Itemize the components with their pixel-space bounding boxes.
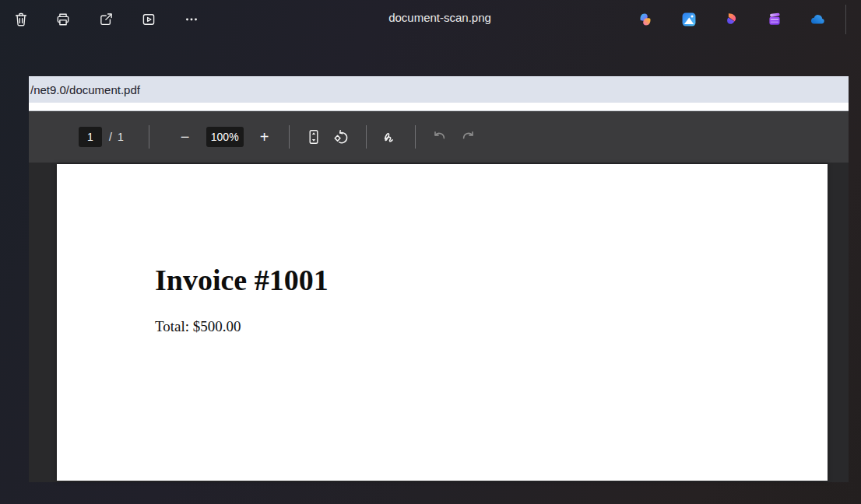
- zoom-level-input[interactable]: 100%: [206, 127, 244, 147]
- edit-image-icon: [680, 11, 698, 28]
- delete-button[interactable]: [7, 5, 35, 33]
- window-title: document-scan.png: [388, 11, 491, 24]
- copilot-button[interactable]: [631, 5, 659, 33]
- draw-icon: [381, 128, 400, 146]
- toolbar-divider: [845, 5, 846, 34]
- draw-button[interactable]: [377, 123, 405, 151]
- redo-icon: [459, 128, 477, 146]
- minus-icon: −: [181, 129, 190, 145]
- clipchamp-button[interactable]: [761, 5, 789, 33]
- copilot-icon: [637, 11, 654, 28]
- onedrive-button[interactable]: [803, 5, 831, 33]
- toolbar-divider: [366, 125, 367, 149]
- share-button[interactable]: [92, 5, 120, 33]
- app-toolbar: document-scan.png: [0, 0, 861, 39]
- toolbar-divider: [289, 125, 290, 149]
- pdf-page: Invoice #1001 Total: $500.00: [57, 164, 828, 481]
- pdf-toolbar: 1 / 1 − 100% +: [29, 111, 849, 163]
- fit-to-page-button[interactable]: [300, 123, 328, 151]
- rotate-icon: [332, 128, 351, 146]
- rotate-button[interactable]: [328, 123, 356, 151]
- pdf-file-path: /net9.0/document.pdf: [30, 83, 140, 96]
- zoom-in-button[interactable]: +: [251, 123, 279, 151]
- clipchamp-icon: [766, 11, 783, 28]
- delete-icon: [12, 11, 30, 28]
- page-total: 1: [118, 131, 124, 143]
- more-icon: [183, 11, 200, 28]
- print-button[interactable]: [49, 5, 77, 33]
- onedrive-icon: [808, 10, 827, 29]
- edit-image-button[interactable]: [675, 5, 703, 33]
- share-icon: [97, 11, 114, 28]
- slideshow-button[interactable]: [135, 5, 163, 33]
- invoice-heading: Invoice #1001: [155, 265, 329, 295]
- zoom-out-button[interactable]: −: [171, 123, 199, 151]
- pdf-viewer-window: /net9.0/document.pdf 1 / 1 − 100% +: [29, 76, 849, 482]
- more-options-button[interactable]: [177, 5, 206, 33]
- page-number-input[interactable]: 1: [79, 127, 102, 147]
- redo-button[interactable]: [454, 123, 482, 151]
- toolbar-divider: [415, 125, 416, 149]
- toolbar-divider: [149, 125, 149, 149]
- plus-icon: +: [260, 129, 269, 145]
- viewer-top-strip: [29, 103, 849, 111]
- slideshow-icon: [140, 11, 157, 28]
- undo-icon: [430, 128, 449, 146]
- designer-button[interactable]: [718, 5, 746, 33]
- undo-button[interactable]: [426, 123, 454, 151]
- designer-icon: [723, 11, 740, 28]
- page-separator: /: [109, 131, 112, 143]
- print-icon: [54, 11, 72, 28]
- pdf-title-bar: /net9.0/document.pdf: [29, 76, 849, 103]
- invoice-total: Total: $500.00: [155, 318, 241, 336]
- pdf-content-area: Invoice #1001 Total: $500.00: [29, 163, 849, 482]
- fit-to-page-icon: [304, 128, 323, 146]
